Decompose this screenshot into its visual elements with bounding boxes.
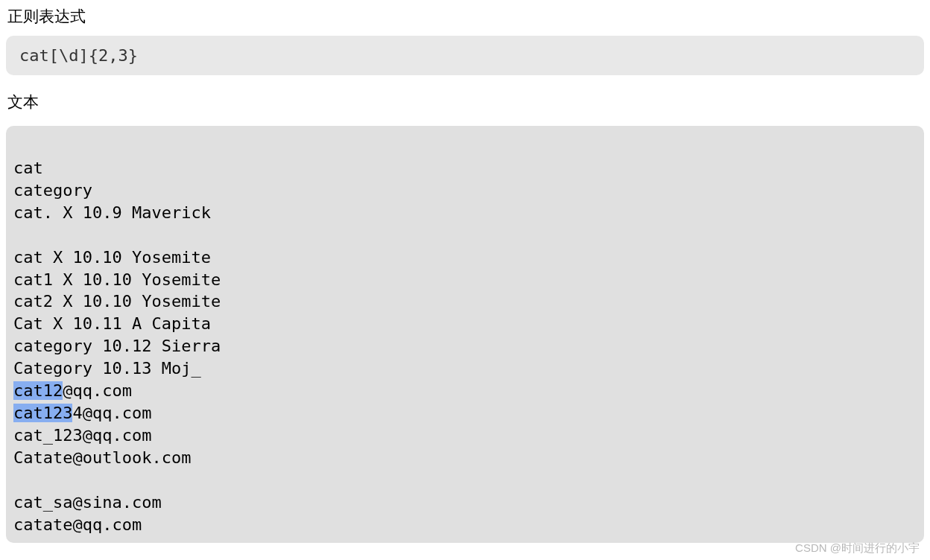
regex-match-highlight: cat123 — [13, 404, 72, 422]
text-line: cat X 10.10 Yosemite — [13, 246, 917, 269]
text-line: cat1234@qq.com — [13, 402, 917, 424]
text-segment: category — [13, 181, 92, 200]
text-segment: cat_123@qq.com — [13, 426, 151, 445]
text-line — [13, 224, 917, 246]
text-line — [13, 469, 917, 491]
text-line: cat. X 10.9 Maverick — [13, 202, 917, 224]
text-segment: category 10.12 Sierra — [13, 337, 221, 355]
text-line: catate@qq.com — [13, 514, 917, 536]
test-text-box[interactable]: catcategorycat. X 10.9 Maverick cat X 10… — [6, 126, 924, 543]
text-segment: cat X 10.10 Yosemite — [13, 248, 211, 267]
text-segment: cat2 X 10.10 Yosemite — [13, 292, 221, 311]
text-line: cat2 X 10.10 Yosemite — [13, 290, 917, 313]
text-section-label: 文本 — [0, 75, 930, 126]
text-segment: cat1 X 10.10 Yosemite — [13, 270, 221, 289]
text-line: cat_sa@sina.com — [13, 491, 917, 514]
text-segment: @qq.com — [63, 381, 132, 400]
text-segment: cat. X 10.9 Maverick — [13, 203, 211, 222]
text-segment: cat — [13, 159, 43, 177]
text-line: cat — [13, 157, 917, 179]
regex-section-label: 正则表达式 — [0, 0, 930, 36]
regex-input-box[interactable]: cat[\d]{2,3} — [6, 36, 924, 75]
text-line: cat_123@qq.com — [13, 424, 917, 447]
watermark-text: CSDN @时间进行的小宇 — [795, 541, 920, 556]
text-line: Cat X 10.11 A Capita — [13, 313, 917, 335]
text-line: Catate@outlook.com — [13, 447, 917, 469]
text-line: Category 10.13 Moj_ — [13, 357, 917, 380]
text-segment: cat_sa@sina.com — [13, 493, 162, 512]
text-line: category — [13, 179, 917, 202]
text-line: cat12@qq.com — [13, 380, 917, 402]
text-segment: 4@qq.com — [72, 404, 151, 422]
text-segment: catate@qq.com — [13, 515, 142, 534]
text-line: cat1 X 10.10 Yosemite — [13, 269, 917, 291]
regex-match-highlight: cat12 — [13, 381, 63, 400]
text-segment: Category 10.13 Moj_ — [13, 359, 201, 378]
text-segment: Catate@outlook.com — [13, 448, 191, 467]
text-line: category 10.12 Sierra — [13, 335, 917, 357]
regex-pattern-text: cat[\d]{2,3} — [19, 46, 138, 65]
text-segment: Cat X 10.11 A Capita — [13, 314, 211, 333]
